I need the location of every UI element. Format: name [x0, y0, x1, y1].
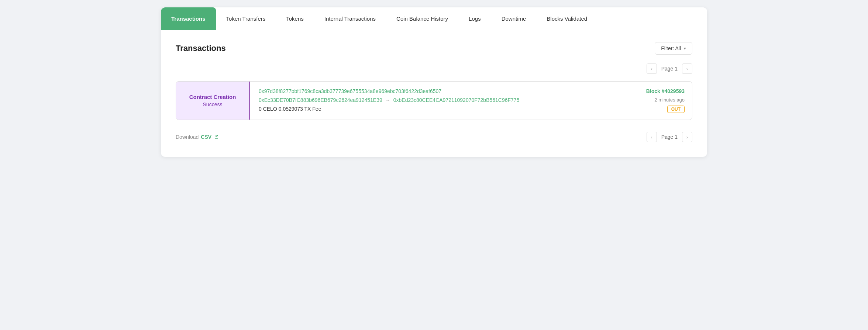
content-header: Transactions Filter: All ▾ [176, 42, 692, 55]
tab-coin-balance-history[interactable]: Coin Balance History [386, 7, 458, 30]
pagination-top: ‹ Page 1 › [176, 63, 692, 74]
tx-hash-link[interactable]: 0x97d38f8277bbf1769c8ca3db377739e6755534… [259, 88, 617, 94]
tab-downtime[interactable]: Downtime [491, 7, 537, 30]
page-number-bottom: Page 1 [660, 134, 679, 140]
download-csv-section: Download CSV 🗎 [176, 134, 220, 140]
tx-direction-badge: OUT [667, 106, 685, 113]
tab-logs[interactable]: Logs [458, 7, 491, 30]
main-container: Transactions Token Transfers Tokens Inte… [161, 7, 707, 157]
tab-transactions[interactable]: Transactions [161, 7, 216, 30]
tab-internal-transactions[interactable]: Internal Transactions [314, 7, 386, 30]
csv-download-link[interactable]: CSV [201, 134, 211, 140]
download-label: Download [176, 134, 199, 140]
tx-to-address[interactable]: 0xbEd23c80CEE4CA97211092070F72bB561C96F7… [393, 97, 520, 103]
next-page-button-bottom[interactable]: › [682, 132, 692, 142]
filter-label: Filter: All [661, 45, 681, 51]
transaction-card: Contract Creation Success 0x97d38f8277bb… [176, 81, 692, 120]
next-page-button[interactable]: › [682, 63, 692, 74]
tabs-bar: Transactions Token Transfers Tokens Inte… [161, 7, 707, 30]
tx-from-address[interactable]: 0xEc33DE70B7fC883b696EB679c2624ea912451E… [259, 97, 382, 103]
filter-button[interactable]: Filter: All ▾ [655, 42, 692, 55]
page-title: Transactions [176, 44, 226, 53]
tx-time: 2 minutes ago [654, 97, 685, 103]
tab-token-transfers[interactable]: Token Transfers [216, 7, 276, 30]
tx-addresses: 0xEc33DE70B7fC883b696EB679c2624ea912451E… [259, 97, 617, 103]
tab-tokens[interactable]: Tokens [276, 7, 314, 30]
tx-fee: 0.0529073 TX Fee [279, 106, 321, 112]
pagination-bottom: ‹ Page 1 › [647, 132, 692, 142]
chevron-down-icon: ▾ [684, 46, 686, 51]
tx-status-label: Success [203, 102, 223, 107]
tx-meta: Block #4029593 2 minutes ago OUT [626, 82, 692, 120]
prev-page-button-bottom[interactable]: ‹ [647, 132, 657, 142]
tx-block-link[interactable]: Block #4029593 [646, 88, 685, 94]
prev-page-button[interactable]: ‹ [647, 63, 657, 74]
footer-row: Download CSV 🗎 ‹ Page 1 › [176, 129, 692, 142]
page-number-top: Page 1 [660, 66, 679, 72]
tx-details: 0x97d38f8277bbf1769c8ca3db377739e6755534… [250, 82, 626, 120]
csv-file-icon: 🗎 [214, 134, 220, 140]
content-area: Transactions Filter: All ▾ ‹ Page 1 › Co… [161, 30, 707, 157]
tx-arrow: → [385, 97, 390, 103]
tx-value: 0 CELO 0.0529073 TX Fee [259, 106, 617, 112]
tx-celo-value: 0 CELO [259, 106, 277, 112]
tx-type-box: Contract Creation Success [176, 82, 250, 120]
tx-type-label: Contract Creation [189, 94, 236, 100]
tab-blocks-validated[interactable]: Blocks Validated [536, 7, 597, 30]
